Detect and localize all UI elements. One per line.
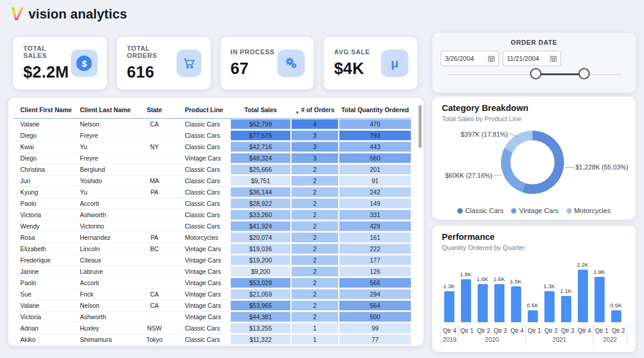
column-header[interactable]: Client Last Name: [73, 101, 137, 119]
table-row[interactable]: PaoloAccortiVintage Cars$53,0292566: [13, 277, 411, 289]
table-row[interactable]: AkikoShimamuraTokyoClassic Cars$11,32217…: [13, 334, 411, 345]
calendar-icon[interactable]: [550, 55, 557, 62]
table-row[interactable]: ValarieNelsonCAClassic Cars$62,7994470: [13, 119, 411, 130]
bar[interactable]: [528, 310, 538, 322]
table-cell: 429: [339, 221, 411, 232]
bar-value-label: 1.3K: [543, 283, 555, 289]
table-cell: 2: [291, 255, 339, 266]
x-axis-group: Qtr 1Qtr 2Qtr 3Qtr 42021: [525, 326, 593, 345]
bar-cell: 1.9K: [591, 268, 608, 322]
table-cell: [137, 130, 172, 141]
bar-x-axis: Qtr 42019Qtr 1Qtr 2Qtr 3Qtr 42020Qtr 1Qt…: [441, 326, 627, 345]
start-date-input[interactable]: 3/26/2004: [441, 51, 499, 66]
table-row[interactable]: ArnoldCruzClassic Cars$10,506187: [13, 345, 411, 347]
table-cell: 2: [291, 243, 339, 255]
table-row[interactable]: KyungYuPAClassic Cars$36,1442242: [13, 187, 411, 198]
table-row[interactable]: VictoriaAshworthClassic Cars$33,2602331: [13, 209, 411, 221]
table-cell: Hernandez: [73, 232, 137, 243]
column-header[interactable]: Product Line: [172, 101, 230, 119]
year-label: 2019: [442, 336, 456, 343]
table-row[interactable]: FrederiqueCiteauxVintage Cars$19,2002177: [13, 255, 411, 266]
legend-item[interactable]: Classic Cars: [457, 207, 504, 214]
table-cell: Vintage Cars: [172, 153, 230, 164]
table-cell: 793: [339, 130, 411, 141]
bar[interactable]: [478, 284, 488, 322]
table-cell: CA: [137, 300, 172, 311]
legend-label: Motorcycles: [574, 207, 611, 214]
table-body: ValarieNelsonCAClassic Cars$62,7994470Di…: [13, 119, 411, 347]
bar[interactable]: [595, 277, 605, 322]
bar[interactable]: [578, 270, 588, 322]
table-cell: 566: [339, 277, 411, 289]
table-cell: $21,059: [230, 289, 291, 300]
legend-item[interactable]: Motorcycles: [566, 207, 611, 214]
end-date-value: 11/21/2004: [507, 55, 539, 62]
sort-desc-icon: ▼: [295, 110, 299, 115]
label-vintage-cars: $606K (27.16%): [445, 172, 493, 179]
table-cell: 99: [339, 323, 411, 334]
legend-label: Classic Cars: [465, 207, 504, 214]
column-header[interactable]: Total Quantity Ordered: [339, 101, 411, 119]
table-row[interactable]: PaoloAccortiClassic Cars$28,9222149: [13, 198, 411, 209]
table-cell: 294: [339, 289, 411, 300]
table-row[interactable]: ElizabethLincolnBCVintage Cars$19,036222…: [13, 243, 411, 255]
column-header[interactable]: Client First Name: [13, 101, 73, 119]
table-cell: CA: [137, 289, 172, 300]
table-cell: 331: [339, 209, 411, 221]
bar[interactable]: [511, 286, 521, 322]
table-cell: 201: [339, 164, 411, 175]
table-row[interactable]: SueFrickCAVintage Cars$21,0592294: [13, 289, 411, 300]
table-row[interactable]: ValarieNelsonCAVintage Cars$53,9652564: [13, 300, 411, 311]
table-row[interactable]: WendyVictorinoClassic Cars$41,9242429: [13, 221, 411, 232]
table-cell: [137, 311, 172, 323]
end-date-input[interactable]: 11/21/2004: [503, 51, 561, 66]
range-end-handle[interactable]: [578, 68, 590, 79]
table-cell: Yu: [73, 187, 137, 198]
bar-value-label: 1.6K: [493, 276, 505, 282]
mu-icon: μ: [381, 50, 408, 77]
app-header: V vision analytics: [11, 5, 127, 23]
table-cell: Classic Cars: [172, 119, 230, 130]
table-row[interactable]: DiegoFreyreClassic Cars$77,5753793: [13, 130, 411, 141]
table-cell: $25,666: [230, 164, 291, 175]
quarter-label: Qtr 3: [559, 328, 576, 334]
column-header[interactable]: State: [137, 101, 172, 119]
bar[interactable]: [561, 296, 571, 322]
table-header-row: Client First NameClient Last NameStatePr…: [13, 101, 411, 119]
table-cell: Paolo: [13, 277, 73, 289]
table-cell: Rosa: [13, 232, 73, 243]
bar[interactable]: [494, 284, 504, 322]
table-row[interactable]: VictoriaAshworthVintage Cars$44,3812500: [13, 311, 411, 323]
table-cell: Akiko: [13, 334, 73, 345]
table-cell: Victorino: [73, 221, 137, 232]
bar[interactable]: [611, 310, 621, 322]
table-row[interactable]: JuriYoshidoMAClassic Cars$9,751291: [13, 175, 411, 187]
legend-item[interactable]: Vintage Cars: [511, 207, 558, 214]
table-row[interactable]: ChristinaBerglundClassic Cars$25,6662201: [13, 164, 411, 175]
table-cell: 500: [339, 311, 411, 323]
table-cell: $62,799: [230, 119, 291, 130]
table-row[interactable]: DiegoFreyreVintage Cars$48,3243560: [13, 153, 411, 164]
column-header[interactable]: ▼# of Orders: [291, 101, 339, 119]
table-cell: 149: [339, 198, 411, 209]
bar[interactable]: [461, 279, 471, 322]
table-cell: $42,716: [230, 141, 291, 153]
table-cell: PA: [137, 187, 172, 198]
bar-cell: 1.8K: [457, 271, 474, 322]
table-cell: [137, 266, 172, 277]
table-row[interactable]: JanineLabruneVintage Cars$9,2002126: [13, 266, 411, 277]
table-scrollbar[interactable]: [419, 105, 422, 148]
table-cell: Classic Cars: [172, 345, 230, 347]
table-row[interactable]: RosaHernandezPAMotorcycles$20,0742161: [13, 232, 411, 243]
table-cell: 126: [339, 266, 411, 277]
donut-chart[interactable]: [501, 131, 564, 194]
table-cell: Wendy: [13, 221, 73, 232]
calendar-icon[interactable]: [488, 55, 495, 62]
table-row[interactable]: AdrianHuxleyNSWClassic Cars$13,255199: [13, 323, 411, 334]
table-row[interactable]: KwaiYuNYClassic Cars$42,7163443: [13, 141, 411, 153]
bar[interactable]: [444, 291, 454, 322]
bar[interactable]: [544, 291, 555, 322]
bar-cell: 1.1K: [558, 288, 574, 322]
column-header[interactable]: Total Sales: [230, 101, 291, 119]
range-start-handle[interactable]: [530, 68, 541, 79]
